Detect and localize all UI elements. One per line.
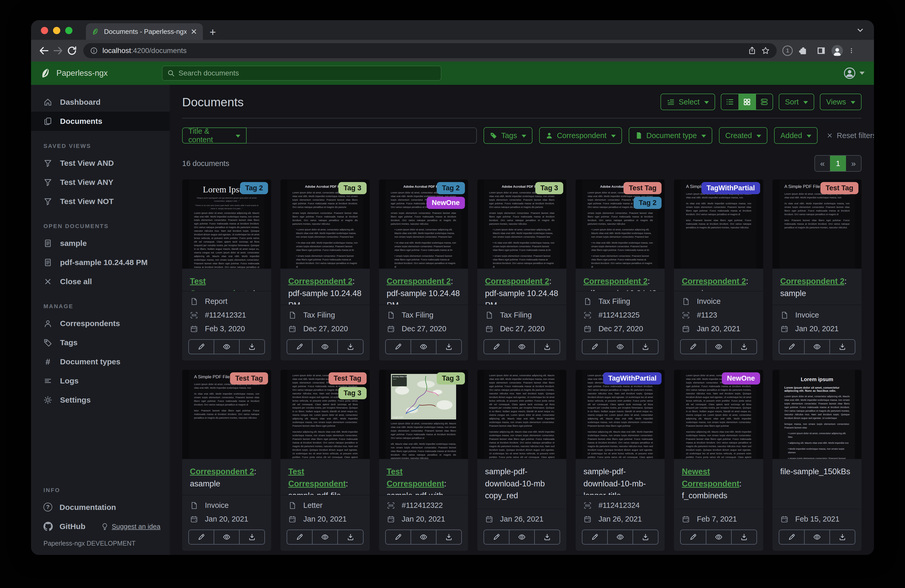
tag-badge-tag-2[interactable]: Tag 2 [240, 182, 268, 194]
download-button[interactable] [829, 530, 855, 544]
forward-icon[interactable] [52, 45, 64, 56]
download-button[interactable] [534, 340, 560, 354]
sidebar-item-sample[interactable]: sample [31, 234, 170, 253]
correspondent-link[interactable]: Correspondent 2 [485, 277, 549, 286]
tag-badge-test-tag[interactable]: Test Tag [230, 372, 268, 385]
document-title[interactable]: Correspondent 2: pdf-sample 10.24.48 PM [477, 269, 566, 305]
edit-button[interactable] [386, 530, 411, 544]
zoom-window-button[interactable] [65, 27, 73, 34]
view-cards-button[interactable] [756, 94, 773, 109]
tag-badge-tagwithpartial[interactable]: TagWithPartial [603, 372, 662, 385]
document-thumbnail[interactable]: Lorem Ipsum“Neque porro quisquam est qui… [182, 179, 271, 269]
reload-icon[interactable] [66, 45, 78, 56]
document-title[interactable]: sample-pdf-download-10-mb copy_red [477, 459, 566, 509]
view-button[interactable] [214, 340, 239, 354]
edit-button[interactable] [287, 340, 312, 354]
sidebar-item-test-view-any[interactable]: Test View ANY [31, 173, 170, 192]
document-title[interactable]: Test Correspondent: sample-pdf-with-imag… [379, 459, 468, 495]
browser-tab[interactable]: Documents - Paperless-ngx ✕ [86, 23, 203, 40]
view-button[interactable] [312, 530, 337, 544]
sidebar-item-documentation[interactable]: ?Documentation [43, 503, 116, 512]
view-button[interactable] [706, 340, 731, 354]
download-button[interactable] [633, 530, 658, 544]
tag-badge-tag-3[interactable]: Tag 3 [535, 182, 564, 194]
back-icon[interactable] [38, 45, 50, 56]
document-title[interactable]: Correspondent 2: pdf-sample 10.24.48 PM [576, 269, 665, 292]
view-button[interactable] [509, 530, 534, 544]
user-avatar-icon[interactable] [843, 67, 856, 79]
view-button[interactable] [509, 340, 534, 354]
tag-badge-tag-3[interactable]: Tag 3 [338, 182, 367, 194]
download-button[interactable] [633, 340, 658, 354]
document-thumbnail[interactable]: A Simple PDF FileLorem ipsum dolor sit a… [773, 179, 862, 269]
new-tab-button[interactable]: + [210, 27, 216, 38]
tag-badge-tag-2[interactable]: Tag 2 [634, 197, 662, 209]
tag-badge-tag-3[interactable]: Tag 3 [338, 387, 367, 399]
correspondent-link[interactable]: Test Correspondent [190, 277, 247, 292]
filter-field-dropdown[interactable]: Title & content [182, 127, 246, 144]
app-brand[interactable]: Paperless-ngx [40, 68, 162, 79]
download-button[interactable] [337, 340, 363, 354]
sidebar-item-close-all[interactable]: Close all [31, 272, 170, 291]
document-thumbnail[interactable]: Lorem ipsum dolor sit amet, consectetur … [674, 370, 763, 459]
download-button[interactable] [731, 340, 756, 354]
view-button[interactable] [411, 340, 436, 354]
tag-badge-test-tag[interactable]: Test Tag [624, 182, 662, 194]
edit-button[interactable] [681, 340, 705, 354]
view-button[interactable] [214, 530, 239, 544]
document-thumbnail[interactable]: Adobe Acrobat PDF FilesLorem ipsum dolor… [477, 179, 566, 269]
created-filter-button[interactable]: Created [719, 127, 767, 144]
view-button[interactable] [706, 530, 731, 544]
view-list-button[interactable] [721, 94, 738, 109]
document-title[interactable]: Correspondent 2: sample [773, 269, 862, 305]
document-thumbnail[interactable]: Boundary Waters TripLegendGoogle EarthLo… [379, 370, 468, 459]
extensions-puzzle-icon[interactable] [798, 46, 808, 56]
correspondent-link[interactable]: Correspondent 2 [387, 277, 451, 286]
address-bar[interactable]: localhost:4200/documents [83, 43, 777, 58]
document-title[interactable]: Correspondent 2: pdf-sample 10.24.48 PM [379, 269, 468, 305]
sidebar-item-pdf-sample-10-24-48-pm[interactable]: pdf-sample 10.24.48 PM [31, 253, 170, 272]
download-button[interactable] [239, 340, 264, 354]
correspondent-link[interactable]: Correspondent 2 [190, 467, 254, 476]
minimize-window-button[interactable] [53, 27, 60, 34]
user-menu-caret-icon[interactable] [859, 71, 865, 75]
search-input[interactable] [178, 69, 436, 77]
reset-filters-button[interactable]: Reset filters [826, 132, 874, 140]
sort-button[interactable]: Sort [779, 94, 814, 110]
download-button[interactable] [731, 530, 756, 544]
password-extension-icon[interactable]: 1 [782, 46, 793, 56]
edit-button[interactable] [287, 530, 312, 544]
correspondent-link[interactable]: Test Correspondent [387, 467, 444, 488]
tag-badge-tag-2[interactable]: Tag 2 [437, 182, 465, 194]
bookmark-star-icon[interactable] [761, 46, 770, 55]
document-thumbnail[interactable]: Adobe Acrobat PDF FilesLorem ipsum dolor… [281, 179, 370, 269]
correspondent-link[interactable]: Correspondent 2 [682, 277, 746, 286]
sidebar-item-test-view-and[interactable]: Test View AND [31, 154, 170, 173]
document-title[interactable]: Test Correspondent: A Sample PDF 2 [182, 269, 271, 292]
title-content-filter-input[interactable] [246, 127, 477, 144]
correspondent-link[interactable]: Test Correspondent [288, 467, 346, 488]
document-title[interactable]: sample-pdf-download-10-mb-longer-title [576, 459, 665, 495]
global-search[interactable] [162, 66, 441, 81]
tag-badge-tag-3[interactable]: Tag 3 [437, 372, 465, 385]
edit-button[interactable] [583, 530, 607, 544]
edit-button[interactable] [779, 340, 804, 354]
tag-badge-tagwithpartial[interactable]: TagWithPartial [702, 182, 760, 194]
view-button[interactable] [607, 530, 633, 544]
correspondent-link[interactable]: Correspondent 2 [288, 277, 352, 286]
tab-search-chevron-down-icon[interactable] [856, 26, 865, 35]
sidebar-item-correspondents[interactable]: Correspondents [31, 314, 170, 333]
sidebar-item-test-view-not[interactable]: Test View NOT [31, 192, 170, 211]
sidebar-item-dashboard[interactable]: Dashboard [31, 93, 170, 112]
site-info-icon[interactable] [90, 47, 98, 55]
edit-button[interactable] [681, 530, 705, 544]
document-type-filter-button[interactable]: Document type [629, 127, 712, 144]
correspondent-filter-button[interactable]: Correspondent [539, 127, 622, 144]
view-grid-button[interactable] [738, 94, 756, 109]
document-title[interactable]: Correspondent 2: pdf-sample 10.24.48 PM [281, 269, 370, 305]
document-thumbnail[interactable]: Adobe Acrobat PDF FilesLorem ipsum dolor… [379, 179, 468, 269]
document-title[interactable]: Correspondent 2: asample [182, 459, 271, 495]
edit-button[interactable] [189, 340, 214, 354]
edit-button[interactable] [484, 340, 509, 354]
sidebar-item-settings[interactable]: Settings [31, 390, 170, 410]
